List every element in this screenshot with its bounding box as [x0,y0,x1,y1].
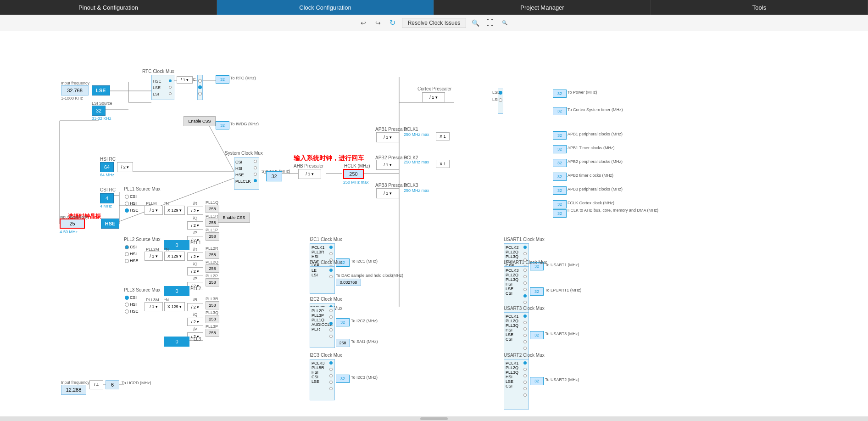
apb1-prescaler-select[interactable]: / 1 ▾ [376,132,399,142]
fclk-value[interactable]: 32 [553,200,567,208]
to-dac-value[interactable]: 0.032768 [336,279,361,286]
system-clock-mux-label: System Clock Mux [225,151,263,156]
lse-range-label: 31-32 KHz [92,116,111,121]
resolve-clock-issues-button[interactable]: Resolve Clock Issues [402,18,467,28]
tab-project[interactable]: Project Manager [434,0,651,15]
to-iwdg-label: To IWDG (KHz) [230,122,259,126]
enable-css-button-bottom[interactable]: Enable CSS [218,213,250,223]
pll3q-select[interactable]: / 2 ▾ [187,318,203,326]
pll2r-out-label: PLL2R [206,246,218,251]
pclk2-max: 250 MHz max [404,160,429,164]
undo-button[interactable]: ↩ [358,17,369,28]
cortex-prescaler-label: Cortex Prescaler [417,86,451,91]
lse-label-cortex: LSE [492,90,500,95]
lse-block[interactable]: LSE [92,85,110,95]
pll1-radio-group: CSI HSI HSE [125,194,139,213]
zoom-fit-button[interactable]: ⛶ [484,17,495,28]
hclk-ahb-value[interactable]: 32 [553,209,567,218]
to-apb2-timer-value[interactable]: 32 [553,173,567,181]
system-clock-mux-block[interactable]: CSI HSI HSE PLLCLK [234,157,259,190]
pll3r-select[interactable]: / 2 ▾ [187,303,203,311]
redo-button[interactable]: ↪ [373,17,384,28]
to-i2c2-value[interactable]: 32 [336,318,350,326]
hse-block[interactable]: HSE [101,219,119,229]
tab-pinout[interactable]: Pinout & Configuration [0,0,217,15]
csi-rc-label: CSI RC [100,187,116,192]
pll3q-out-label: PLL3Q [206,310,218,315]
apb2-prescaler-select[interactable]: / 1 ▾ [376,160,399,170]
canvas-scrollbar-thumb[interactable] [420,417,448,420]
pll3p-out-label: PLL3P [206,324,218,329]
tab-clock[interactable]: Clock Configuration [217,0,434,15]
usart2-mux-block[interactable]: PCLK1PLL2QPLL3QHSILSECSI [504,359,529,410]
pll1q-select[interactable]: / 2 ▾ [187,221,203,230]
pclk1-label: PCLK1 [404,127,418,132]
i2c3-clk-mux-label: I2C3 Clock Mux [310,353,342,358]
pll2r-select[interactable]: / 2 ▾ [187,253,203,261]
pll2r-out-val: 258 [206,251,219,259]
sai1-out-label: To SAI1 (MHz) [351,339,378,344]
zoom-in-button[interactable]: 🔍 [470,17,481,28]
pll2q-out-val: 258 [206,264,219,273]
pll2-dividers: /R / 2 ▾ /Q / 2 ▾ /P / 2 ▾ [187,247,203,290]
to-rtc-value[interactable]: 32 [216,75,229,84]
pll1p-out-label: PLL1P [206,228,218,232]
pclk3-max: 250 MHz max [404,188,429,193]
rtc-clock-mux-label: RTC Clock Mux [142,69,174,74]
pll2n-select[interactable]: X 129 ▾ [164,252,185,261]
to-power-value[interactable]: 32 [553,90,567,98]
pllm-label: PLLM [146,201,157,206]
to-usart2-value[interactable]: 32 [530,377,544,385]
cortex-prescaler-select[interactable]: / 1 ▾ [422,92,445,102]
ucpd-val-box[interactable]: 6 [106,380,119,389]
apb1-prescaler-label: APB1 Prescaler [375,127,408,132]
hse-rtc-div[interactable]: / 1 ▾ [177,76,193,84]
pll1m-select[interactable]: / 1 ▾ [145,206,163,215]
to-usart3-value[interactable]: 32 [530,331,544,339]
input-freq-12288-box[interactable]: 12.288 [61,385,86,395]
hsi-value-box[interactable]: 64 [100,162,114,172]
to-cortex-value[interactable]: 32 [553,107,567,115]
refresh-button[interactable]: ↻ [387,17,398,28]
hse-input-freq-box[interactable]: 25 [60,219,85,229]
to-apb1-timer-value[interactable]: 32 [553,145,567,153]
pll1q-out-label: PLL1Q [206,200,218,205]
to-apb2-periph-value[interactable]: 32 [553,159,567,167]
dac-mux-block[interactable]: LELSI [310,266,335,294]
apb3-prescaler-select[interactable]: / 1 ▾ [376,188,399,198]
i2c3-mux-block[interactable]: PCLK3PLL5RHSICSILSE [310,359,335,400]
to-iwdg-value[interactable]: 32 [216,121,229,129]
to-usart1-label: To USART1 (MHz) [545,263,579,267]
to-apb3-periph-value[interactable]: 32 [553,186,567,195]
clock-diagram-canvas: Input frequency 32.768 1-1000 KHz LSE LS… [0,31,868,421]
hclk-value-box[interactable]: 250 [343,169,364,179]
pll2m-select[interactable]: / 1 ▾ [145,252,163,261]
to-power-label: To Power (MHz) [568,90,597,95]
csi-value-box[interactable]: 4 [100,193,114,203]
to-lpuart1-value[interactable]: 32 [530,287,544,296]
lse-freq-box[interactable]: 32.768 [61,85,89,95]
pll3n-select[interactable]: X 129 ▾ [164,302,185,311]
pll3p-out-val: 258 [206,329,219,337]
ucpd-div-select[interactable]: / 4 [89,380,103,389]
to-i2c1-label: To I2C1 (MHz) [351,259,378,264]
sai1-mux-block[interactable]: PLL2PPLL3PPLL1QAUDIOCLKPER [310,307,335,348]
to-apb1-periph-value[interactable]: 32 [553,131,567,140]
rtc-mux-block[interactable]: HSE LSE LSI [151,75,174,100]
sysclk-value-box[interactable]: 32 [266,171,282,181]
pll1-dividers: /R / 2 ▾ /Q / 2 ▾ /P / 2 ▾ [187,201,203,244]
pll2p-out-label: PLL2P [206,274,218,278]
lsi-value-box[interactable]: 32 [92,106,106,116]
zoom-out-button[interactable]: 🔍 [499,17,510,28]
pll1n-select[interactable]: X 129 ▾ [164,206,185,215]
pll1r-select[interactable]: / 2 ▾ [187,207,203,215]
ahb-prescaler-select[interactable]: / 1 ▾ [298,169,321,179]
pll3-radio-group: CSI HSI HSE [125,295,139,314]
hsi-div2[interactable]: / 2 ▾ [117,162,133,172]
tab-tools[interactable]: Tools [651,0,868,15]
pll3m-select[interactable]: / 1 ▾ [145,302,163,311]
enable-css-button-top[interactable]: Enable CSS [184,116,216,126]
to-i2c3-value[interactable]: 32 [336,375,350,383]
rtc-output-mux [197,75,203,100]
pll2q-select[interactable]: / 2 ▾ [187,267,203,275]
